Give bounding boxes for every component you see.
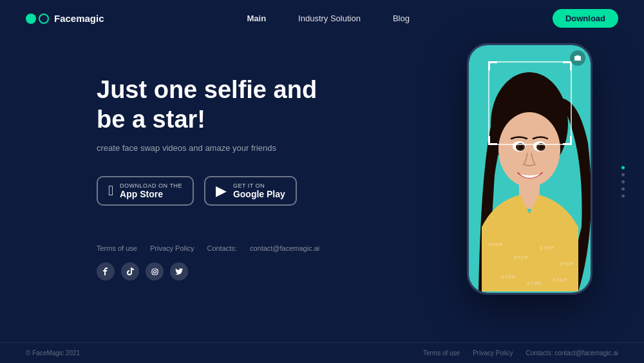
phone-wrapper: STOP STOP STOP STOP STOP STOP STOP (467, 43, 592, 295)
privacy-link[interactable]: Privacy Policy (150, 244, 194, 252)
appstore-name: App Store (120, 189, 163, 199)
instagram-icon[interactable] (146, 262, 164, 280)
nav-industry[interactable]: Industry Solution (298, 14, 361, 23)
svg-text:STOP: STOP (540, 246, 554, 250)
appstore-top-label: Download on the (120, 182, 182, 189)
social-icons (97, 262, 428, 280)
main-content: Just one selfie and be a star! create fa… (0, 37, 644, 295)
googleplay-top-label: GET IT ON (233, 182, 265, 189)
bottom-footer: © FaceMagic 2021 Terms of use Privacy Po… (0, 342, 644, 363)
corner-tr (563, 61, 572, 70)
googleplay-button[interactable]: ▶ GET IT ON Google Play (204, 176, 297, 206)
page-dot-4[interactable] (621, 187, 625, 190)
googleplay-name: Google Play (233, 189, 285, 199)
footer-right: Terms of use Privacy Policy Contacts: co… (423, 349, 618, 357)
footer-terms[interactable]: Terms of use (423, 349, 460, 357)
phone-frame: STOP STOP STOP STOP STOP STOP STOP (467, 43, 592, 295)
corner-tl (488, 61, 497, 70)
logo-icons (26, 14, 49, 24)
twitter-icon[interactable] (170, 262, 188, 280)
play-icon: ▶ (216, 182, 227, 199)
page-dot-5[interactable] (621, 194, 625, 197)
page-dot-3[interactable] (621, 180, 625, 183)
left-section: Just one selfie and be a star! create fa… (97, 50, 428, 295)
svg-text:STOP: STOP (559, 262, 574, 266)
svg-point-20 (540, 145, 544, 149)
svg-text:STOP: STOP (501, 275, 516, 279)
svg-point-19 (519, 145, 523, 149)
apple-icon:  (108, 182, 113, 199)
phone-screen: STOP STOP STOP STOP STOP STOP STOP (469, 45, 591, 293)
email-link[interactable]: contact@facemagic.ai (250, 244, 319, 252)
contacts-label: Contacts: (207, 244, 236, 252)
copyright: © FaceMagic 2021 (26, 349, 80, 357)
hero-subtitle: create face swap videos and amaze your f… (97, 143, 428, 153)
footer-email[interactable]: contact@facemagic.ai (554, 349, 618, 357)
page-dots (621, 166, 625, 197)
footer-contacts-label: Contacts: contact@facemagic.ai (526, 349, 618, 357)
page-dot-1[interactable] (621, 166, 625, 169)
header: Facemagic Main Industry Solution Blog Do… (0, 0, 644, 37)
svg-rect-0 (152, 269, 158, 275)
phone-section: STOP STOP STOP STOP STOP STOP STOP (467, 43, 592, 295)
appstore-text: Download on the App Store (120, 182, 182, 199)
store-buttons:  Download on the App Store ▶ GET IT ON … (97, 176, 428, 206)
main-nav: Main Industry Solution Blog (247, 14, 410, 23)
footer-links: Terms of use Privacy Policy Contacts: co… (97, 244, 428, 252)
facebook-icon[interactable] (97, 262, 115, 280)
svg-point-1 (153, 270, 156, 273)
logo-circle-outline (39, 14, 49, 24)
page-dot-2[interactable] (621, 173, 625, 176)
logo-circle-filled (26, 14, 36, 24)
googleplay-text: GET IT ON Google Play (233, 182, 285, 199)
tiktok-icon[interactable] (121, 262, 139, 280)
nav-main[interactable]: Main (247, 14, 266, 23)
camera-icon (570, 50, 585, 66)
hero-title: Just one selfie and be a star! (97, 75, 341, 134)
logo: Facemagic (26, 13, 104, 24)
scan-overlay (488, 61, 572, 145)
svg-text:STOP: STOP (514, 255, 529, 260)
svg-text:STOP: STOP (527, 281, 542, 286)
download-button[interactable]: Download (553, 9, 618, 28)
corner-br (563, 136, 572, 145)
logo-text: Facemagic (54, 13, 104, 24)
footer-privacy[interactable]: Privacy Policy (473, 349, 513, 357)
svg-text:STOP: STOP (553, 278, 567, 282)
svg-point-2 (156, 270, 156, 270)
terms-link[interactable]: Terms of use (97, 244, 137, 252)
nav-blog[interactable]: Blog (393, 14, 410, 23)
appstore-button[interactable]:  Download on the App Store (97, 176, 194, 206)
corner-bl (488, 136, 497, 145)
svg-text:STOP: STOP (488, 242, 503, 247)
